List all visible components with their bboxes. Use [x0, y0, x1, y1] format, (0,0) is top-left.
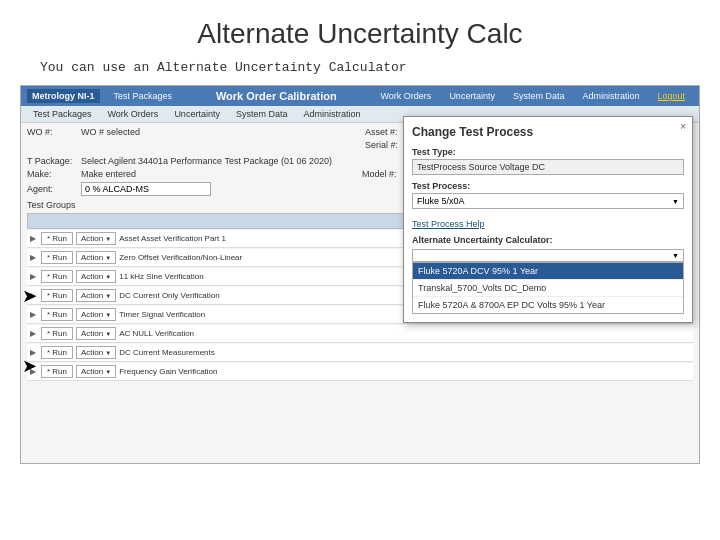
sub-nav-uncertainty[interactable]: Uncertainty — [168, 108, 226, 120]
modal-title: Change Test Process — [412, 125, 684, 139]
action-btn-6[interactable]: Action — [76, 346, 116, 359]
alt-calc-label: Alternate Uncertainty Calculator: — [412, 235, 684, 245]
row-arrow-0: ▶ — [30, 234, 38, 243]
run-btn-2[interactable]: * Run — [41, 270, 73, 283]
nav-logout[interactable]: Logout — [649, 89, 693, 103]
subtitle: You can use an Alternate Uncertainty Cal… — [0, 60, 720, 85]
nav-bar: Metrology NI-1 Test Packages Work Order … — [21, 86, 699, 106]
action-btn-2[interactable]: Action — [76, 270, 116, 283]
row-arrow-4: ▶ — [30, 310, 38, 319]
group-row-6: ▶ * Run Action DC Current Measurements — [27, 344, 693, 362]
row-arrow-5: ▶ — [30, 329, 38, 338]
run-btn-4[interactable]: * Run — [41, 308, 73, 321]
test-process-help-link[interactable]: Test Process Help — [412, 219, 485, 229]
sub-nav-administration[interactable]: Administration — [297, 108, 366, 120]
dropdown-item-2[interactable]: Fluke 5720A & 8700A EP DC Volts 95% 1 Ye… — [413, 297, 683, 313]
test-process-label: Test Process: — [412, 181, 684, 191]
run-btn-0[interactable]: * Run — [41, 232, 73, 245]
nav-system-data[interactable]: System Data — [505, 89, 573, 103]
sub-nav-test-packages[interactable]: Test Packages — [27, 108, 98, 120]
nav-work-orders[interactable]: Work Orders — [373, 89, 440, 103]
left-arrow-1: ➤ — [22, 285, 37, 307]
run-btn-5[interactable]: * Run — [41, 327, 73, 340]
dropdown-item-0[interactable]: Fluke 5720A DCV 95% 1 Year — [413, 263, 683, 280]
title-area: Alternate Uncertainty Calc — [0, 0, 720, 60]
run-btn-7[interactable]: * Run — [41, 365, 73, 378]
test-type-value: TestProcess Source Voltage DC — [412, 159, 684, 175]
test-process-dropdown[interactable]: Fluke 5/x0A — [412, 193, 684, 209]
alt-calc-dropdown[interactable] — [412, 249, 684, 262]
asset-label: Asset #: — [365, 127, 405, 137]
group-row-7: ▶ * Run Action Frequency Gain Verificati… — [27, 363, 693, 381]
action-btn-3[interactable]: Action — [76, 289, 116, 302]
content-area: WO #: WO # selected Asset #: Asset # ent… — [21, 123, 699, 463]
agent-input[interactable] — [81, 182, 211, 196]
left-arrow-2: ➤ — [22, 355, 37, 377]
nav-center-title: Work Order Calibration — [182, 90, 370, 102]
agent-label: Agent: — [27, 184, 77, 194]
row-desc-5: AC NULL Verification — [119, 329, 690, 338]
run-btn-6[interactable]: * Run — [41, 346, 73, 359]
run-btn-3[interactable]: * Run — [41, 289, 73, 302]
action-btn-7[interactable]: Action — [76, 365, 116, 378]
action-btn-1[interactable]: Action — [76, 251, 116, 264]
action-btn-5[interactable]: Action — [76, 327, 116, 340]
row-desc-7: Frequency Gain Verification — [119, 367, 690, 376]
sub-nav-system-data[interactable]: System Data — [230, 108, 294, 120]
run-btn-1[interactable]: * Run — [41, 251, 73, 264]
page-title: Alternate Uncertainty Calc — [20, 18, 700, 50]
row-arrow-1: ▶ — [30, 253, 38, 262]
make-value: Make entered — [81, 169, 358, 179]
sub-nav-work-orders[interactable]: Work Orders — [102, 108, 165, 120]
wo-block: WO #: WO # selected — [27, 127, 355, 153]
nav-uncertainty[interactable]: Uncertainty — [441, 89, 503, 103]
action-btn-0[interactable]: Action — [76, 232, 116, 245]
modal-close-button[interactable]: × — [680, 121, 686, 132]
test-process-value: Fluke 5/x0A — [417, 196, 465, 206]
nav-test-packages[interactable]: Test Packages — [106, 89, 181, 103]
package-label: T Package: — [27, 156, 77, 166]
wo-label: WO #: — [27, 127, 77, 137]
app-window: Metrology NI-1 Test Packages Work Order … — [20, 85, 700, 464]
action-btn-4[interactable]: Action — [76, 308, 116, 321]
dropdown-item-1[interactable]: Transkal_5700_Volts DC_Demo — [413, 280, 683, 297]
wo-value: WO # selected — [81, 127, 355, 137]
group-row-5: ▶ * Run Action AC NULL Verification — [27, 325, 693, 343]
row-desc-6: DC Current Measurements — [119, 348, 690, 357]
nav-administration[interactable]: Administration — [574, 89, 647, 103]
dropdown-list: Fluke 5720A DCV 95% 1 Year Transkal_5700… — [412, 262, 684, 314]
serial-label: Serial #: — [365, 140, 405, 150]
make-label: Make: — [27, 169, 77, 179]
wo-field-row: WO #: WO # selected — [27, 127, 355, 137]
nav-logo: Metrology NI-1 — [27, 89, 100, 103]
row-arrow-2: ▶ — [30, 272, 38, 281]
modal-overlay: × Change Test Process Test Type: TestPro… — [403, 116, 693, 323]
test-type-label: Test Type: — [412, 147, 684, 157]
